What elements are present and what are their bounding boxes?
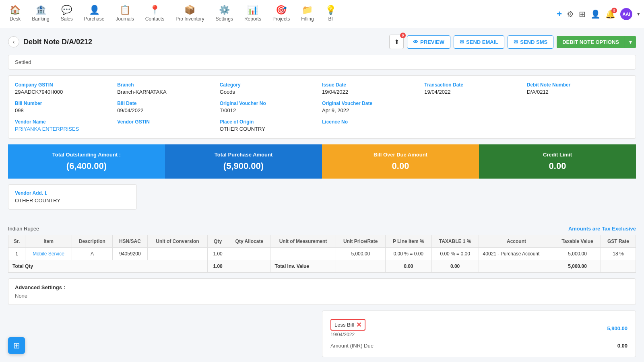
grid-icon[interactable]: ⊞ [579,9,586,19]
less-bill-line: Less Bill ✕ 19/04/2022 5,900.00 [330,317,627,340]
nav-item-sales[interactable]: 💬 Sales [55,0,78,28]
amount-due-label: Amount (INR) Due [330,343,374,349]
col-qty: Qty [207,235,228,248]
upload-badge: 9 [400,33,406,38]
bottom-summary-panel: Less Bill ✕ 19/04/2022 5,900.00 Amount (… [322,311,636,360]
cell-item[interactable]: Mobile Service [25,248,72,260]
total-empty1 [228,260,270,273]
projects-icon: 🎯 [276,5,287,15]
nav-item-reports[interactable]: 📊 Reports [239,0,267,28]
bottom-summary-wrapper: Less Bill ✕ 19/04/2022 5,900.00 Amount (… [8,311,636,360]
empty-cell-row3b [527,119,629,132]
nav-item-settings[interactable]: ⚙️ Settings [210,0,239,28]
nav-item-bi[interactable]: 💡 BI [320,0,342,28]
cell-taxable-value: 5,000.00 [554,248,601,260]
branch-cell: Branch Branch-KARNATAKA [117,82,219,95]
pro-inventory-icon: 📦 [184,5,195,15]
vendor-name-label: Vendor Name [15,119,117,125]
gear-icon[interactable]: ⚙ [567,9,574,19]
sms-icon: ✉ [514,39,518,45]
debit-note-options-button[interactable]: DEBIT NOTE OPTIONS [557,36,625,48]
vendor-name-value[interactable]: PRIYANKA ENTERPRISES [15,126,117,132]
company-gstin-label: Company GSTIN [15,82,117,88]
upload-button[interactable]: ⬆ 9 [389,35,404,49]
total-outstanding-card: Total Outstanding Amount : (6,400.00) [8,144,165,179]
company-gstin-value: 29AADCK7940H000 [15,89,117,95]
bill-date-cell: Bill Date 09/04/2022 [117,101,219,113]
top-navigation: 🏠 Desk 🏦 Banking 💬 Sales 👤 Purchase 📋 Jo… [0,0,644,28]
total-taxable1: 0.00 [431,260,479,273]
tax-exclusive-label: Amounts are Tax Exclusive [568,226,636,232]
nav-item-projects[interactable]: 🎯 Projects [267,0,295,28]
vendor-add-value: OTHER COUNTRY [15,197,130,204]
debit-note-options-dropdown[interactable]: ▾ [625,36,636,48]
less-bill-value: 5,900.00 [607,325,627,331]
col-unit-price: Unit Price/Rate [336,235,385,248]
preview-icon: 👁 [413,39,418,45]
branch-value: Branch-KARNATAKA [117,89,219,95]
total-outstanding-title: Total Outstanding Amount : [52,152,121,158]
total-qty-label: Total Qty [8,260,208,273]
category-cell: Category Goods [220,82,322,95]
col-unit-conversion: Unit of Conversion [147,235,207,248]
nav-item-banking[interactable]: 🏦 Banking [26,0,55,28]
nav-item-filling[interactable]: 📁 Filling [295,0,319,28]
bill-number-label: Bill Number [15,101,117,106]
debit-note-number-value: D/A/0212 [527,89,629,95]
total-purchase-title: Total Purchase Amount [215,152,272,158]
col-description: Description [72,235,112,248]
nav-item-desk[interactable]: 🏠 Desk [4,0,26,28]
nav-item-contacts[interactable]: 📍 Contacts [140,0,170,28]
category-label: Category [220,82,322,88]
add-button[interactable]: + [557,9,562,19]
less-bill-box[interactable]: Less Bill ✕ [330,319,365,331]
nav-label-filling: Filling [301,16,314,22]
nav-right-actions: + ⚙ ⊞ 👤 🔔 9 AAI ▾ [557,8,640,20]
table-row: 1 Mobile Service A 94059200 1.00 5,000.0… [8,248,636,260]
category-value: Goods [220,89,322,95]
send-sms-button[interactable]: ✉ SEND SMS [508,35,553,49]
notification-badge: 9 [611,8,617,13]
nav-label-purchase: Purchase [84,16,105,22]
original-voucher-date-label: Original Voucher Date [322,101,424,106]
summary-cards: Total Outstanding Amount : (6,400.00) To… [8,144,636,179]
nav-label-settings: Settings [216,16,233,22]
empty-cell-row3 [424,119,526,132]
cell-gst-rate: 18 % [601,248,636,260]
cell-unit-conversion [147,248,207,260]
less-bill-close-button[interactable]: ✕ [356,321,361,329]
info-row-2: Bill Number 098 Bill Date 09/04/2022 Ori… [15,101,629,113]
user-avatar[interactable]: AAI [620,8,632,20]
notification-icon[interactable]: 🔔 9 [605,9,615,19]
less-bill-date: 19/04/2022 [330,332,365,337]
place-of-origin-cell: Place of Origin OTHER COUNTRY [220,119,322,132]
purchase-icon: 👤 [89,5,100,15]
user-dropdown[interactable]: ▾ [637,11,640,17]
debit-note-number-label: Debit Note Number [527,82,629,88]
profile-icon[interactable]: 👤 [590,9,601,19]
floating-grid-button[interactable]: ⊞ [8,337,25,354]
less-bill-info: Less Bill ✕ 19/04/2022 [330,319,365,337]
preview-label: PREVIEW [420,39,444,45]
transaction-date-label: Transaction Date [424,82,526,88]
credit-limit-value: 0.00 [549,161,566,171]
cell-account: 40021 - Purchase Account [479,248,554,260]
original-voucher-date-cell: Original Voucher Date Apr 9, 2022 [322,101,424,113]
nav-label-bi: BI [328,16,332,22]
sales-icon: 💬 [61,5,72,15]
nav-item-purchase[interactable]: 👤 Purchase [78,0,110,28]
amount-due-value: 0.00 [617,343,627,349]
issue-date-cell: Issue Date 19/04/2022 [322,82,424,95]
credit-limit-card: Credit Limit 0.00 [479,144,636,179]
preview-button[interactable]: 👁 PREVIEW [407,35,450,49]
nav-item-journals[interactable]: 📋 Journals [110,0,139,28]
back-button[interactable]: ‹ [8,36,19,47]
vendor-gstin-label: Vendor GSTIN [117,119,219,125]
send-email-label: SEND EMAIL [466,39,498,45]
original-voucher-no-cell: Original Voucher No T/0012 [220,101,322,113]
header-actions: ⬆ 9 👁 PREVIEW ✉ SEND EMAIL ✉ SEND SMS DE… [389,35,636,49]
nav-item-pro-inventory[interactable]: 📦 Pro Inventory [170,0,210,28]
bill-number-cell: Bill Number 098 [15,101,117,113]
send-email-button[interactable]: ✉ SEND EMAIL [454,35,504,49]
banking-icon: 🏦 [35,5,46,15]
